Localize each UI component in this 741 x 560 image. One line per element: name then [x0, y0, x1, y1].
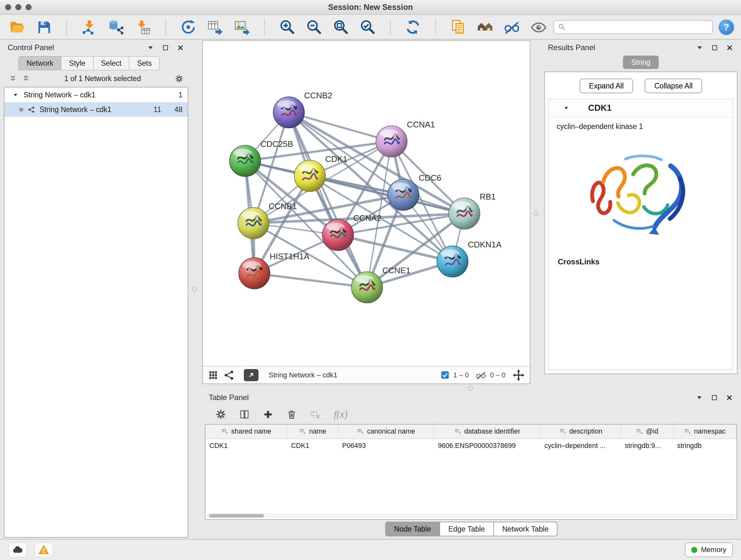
- svg-text:CCNE1: CCNE1: [382, 266, 410, 275]
- sort-icon: [221, 428, 228, 435]
- export-image-button[interactable]: [232, 17, 252, 37]
- collection-expander-icon[interactable]: [12, 91, 19, 98]
- horizontal-scrollbar[interactable]: [206, 513, 736, 518]
- expand-all-networks-icon[interactable]: [22, 75, 30, 83]
- cell-description[interactable]: cyclin–dependent ...: [541, 439, 621, 453]
- results-panel-close-icon[interactable]: [726, 44, 734, 52]
- column-header[interactable]: name: [287, 425, 338, 439]
- selected-checkbox-icon[interactable]: [441, 371, 449, 379]
- network-view-share-icon[interactable]: [224, 370, 234, 380]
- help-button[interactable]: ?: [719, 19, 734, 35]
- scrollbar-thumb[interactable]: [209, 514, 264, 517]
- column-header[interactable]: @id: [621, 425, 673, 439]
- zoom-selected-button[interactable]: [357, 17, 378, 37]
- results-content: Expand All Collapse All CDK1 cyclin–depe…: [544, 71, 738, 374]
- column-header[interactable]: description: [541, 425, 621, 439]
- table-panel-close-icon[interactable]: [725, 394, 733, 401]
- network-node-CDKN1A[interactable]: CDKN1A: [437, 240, 502, 277]
- crosshair-icon[interactable]: [513, 369, 525, 381]
- column-header[interactable]: database identifier: [434, 425, 541, 439]
- cell-id[interactable]: stringdb:9...: [621, 439, 673, 453]
- network-collection-row[interactable]: String Network – cdk1 1: [4, 87, 188, 102]
- control-panel: Control Panel Network Style Select Sets …: [3, 40, 189, 538]
- control-panel-maximize-icon[interactable]: [161, 44, 170, 52]
- table-settings-gear-icon[interactable]: [216, 409, 226, 420]
- window-titlebar[interactable]: Session: New Session: [0, 0, 741, 15]
- import-network-from-database-button[interactable]: [106, 17, 126, 37]
- cloud-button[interactable]: [8, 543, 27, 557]
- network-options-gear-icon[interactable]: [175, 75, 183, 83]
- function-builder-button[interactable]: f(x): [334, 409, 347, 420]
- tab-style[interactable]: Style: [61, 56, 93, 70]
- sort-icon: [357, 428, 364, 435]
- control-panel-close-icon[interactable]: [177, 44, 185, 52]
- show-all-button[interactable]: [529, 17, 549, 37]
- copy-document-button[interactable]: [448, 17, 468, 37]
- hide-selected-button[interactable]: [502, 17, 522, 37]
- traffic-lights: [5, 0, 31, 14]
- cell-name[interactable]: CDK1: [287, 439, 338, 453]
- network-node-HIST1H1A[interactable]: HIST1H1A: [239, 252, 310, 289]
- column-header[interactable]: canonical name: [338, 425, 434, 439]
- cell-database-identifier[interactable]: 9606.ENSP00000378699: [434, 439, 541, 453]
- table-panel-maximize-icon[interactable]: [711, 394, 718, 401]
- network-node-CCNA1[interactable]: CCNA1: [376, 120, 435, 157]
- export-table-button[interactable]: [205, 17, 225, 37]
- network-node-CCNB1[interactable]: CCNB1: [238, 201, 297, 239]
- results-panel-float-icon[interactable]: [696, 44, 704, 52]
- tab-sets[interactable]: Sets: [129, 56, 159, 70]
- import-network-from-file-button[interactable]: [79, 17, 99, 37]
- network-canvas[interactable]: CCNB2CCNA1CDC25BCDK1CDC6RB1CCNB1CCNA2CDK…: [203, 41, 530, 366]
- right-splitter-handle[interactable]: [533, 211, 538, 216]
- results-panel-maximize-icon[interactable]: [711, 44, 719, 52]
- table-row[interactable]: CDK1 CDK1 P06493 9606.ENSP00000378699 cy…: [205, 439, 737, 453]
- collapse-all-button[interactable]: Collapse All: [645, 78, 702, 93]
- search-input[interactable]: [569, 21, 709, 34]
- import-table-from-file-button[interactable]: [133, 17, 153, 37]
- left-splitter-handle[interactable]: [192, 287, 197, 292]
- collection-label: String Network – cdk1: [23, 91, 95, 99]
- network-node-RB1[interactable]: RB1: [449, 192, 496, 229]
- column-header[interactable]: namespac: [673, 425, 737, 439]
- entry-header[interactable]: CDK1: [549, 99, 733, 117]
- memory-button[interactable]: Memory: [685, 543, 733, 557]
- zoom-out-button[interactable]: [304, 17, 324, 37]
- tab-network-table[interactable]: Network Table: [493, 522, 557, 537]
- network-row[interactable]: String Network – cdk1 11 48: [4, 102, 188, 117]
- first-neighbors-button[interactable]: [475, 17, 495, 37]
- show-columns-icon[interactable]: [239, 409, 250, 420]
- tab-node-table[interactable]: Node Table: [385, 522, 440, 537]
- cell-shared-name[interactable]: CDK1: [205, 439, 287, 453]
- refresh-view-button[interactable]: [403, 17, 423, 37]
- table-panel-float-icon[interactable]: [695, 394, 703, 401]
- window-close-button[interactable]: [5, 4, 11, 10]
- add-column-icon[interactable]: [263, 409, 273, 420]
- cell-canonical-name[interactable]: P06493: [338, 439, 434, 453]
- tab-select[interactable]: Select: [93, 56, 130, 70]
- tab-network[interactable]: Network: [18, 56, 61, 70]
- bottom-splitter-handle[interactable]: [468, 386, 473, 391]
- entry-expander-icon[interactable]: [563, 105, 569, 111]
- apply-layout-button[interactable]: [178, 17, 199, 37]
- warnings-button[interactable]: [35, 543, 53, 557]
- window-zoom-button[interactable]: [25, 4, 31, 10]
- cell-namespace[interactable]: stringdb: [673, 439, 737, 453]
- control-panel-float-icon[interactable]: [146, 44, 154, 52]
- open-session-button[interactable]: [7, 17, 27, 37]
- window-minimize-button[interactable]: [15, 4, 21, 10]
- delete-column-icon[interactable]: [286, 409, 297, 420]
- save-session-button[interactable]: [34, 17, 54, 37]
- detach-view-button[interactable]: [244, 369, 259, 381]
- zoom-in-button[interactable]: [277, 17, 297, 37]
- sort-icon: [636, 428, 643, 435]
- status-bar: Memory: [0, 539, 741, 560]
- column-header[interactable]: shared name: [205, 425, 287, 439]
- zoom-fit-button[interactable]: [331, 17, 351, 37]
- birdseye-grid-icon[interactable]: [208, 370, 218, 380]
- expand-all-button[interactable]: Expand All: [580, 78, 633, 93]
- protein-structure-image: [549, 133, 733, 251]
- tab-edge-table[interactable]: Edge Table: [440, 522, 494, 537]
- collapse-all-networks-icon[interactable]: [9, 75, 17, 83]
- network-graph[interactable]: CCNB2CCNA1CDC25BCDK1CDC6RB1CCNB1CCNA2CDK…: [203, 41, 530, 366]
- string-tab[interactable]: String: [623, 56, 659, 69]
